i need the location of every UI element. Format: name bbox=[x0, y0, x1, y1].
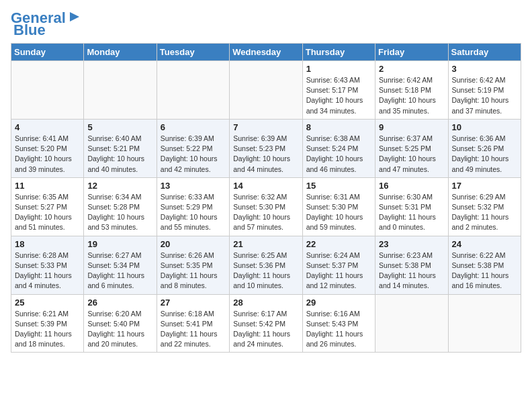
table-row: 11Sunrise: 6:35 AM Sunset: 5:27 PM Dayli… bbox=[11, 177, 84, 236]
calendar-header-saturday: Saturday bbox=[448, 44, 521, 61]
day-number: 16 bbox=[379, 181, 444, 191]
day-info: Sunrise: 6:26 AM Sunset: 5:35 PM Dayligh… bbox=[161, 250, 226, 291]
table-row: 20Sunrise: 6:26 AM Sunset: 5:35 PM Dayli… bbox=[157, 236, 229, 294]
calendar-week-row: 18Sunrise: 6:28 AM Sunset: 5:33 PM Dayli… bbox=[11, 236, 521, 294]
logo: General Blue bbox=[11, 11, 82, 38]
day-number: 22 bbox=[306, 239, 371, 249]
table-row: 1Sunrise: 6:43 AM Sunset: 5:17 PM Daylig… bbox=[302, 61, 375, 120]
day-number: 24 bbox=[452, 239, 517, 249]
table-row bbox=[230, 61, 302, 120]
day-number: 29 bbox=[306, 298, 371, 308]
day-number: 18 bbox=[15, 239, 80, 249]
day-number: 7 bbox=[233, 122, 298, 132]
table-row: 2Sunrise: 6:42 AM Sunset: 5:18 PM Daylig… bbox=[375, 61, 448, 120]
page-header: General Blue bbox=[11, 11, 521, 38]
day-info: Sunrise: 6:41 AM Sunset: 5:20 PM Dayligh… bbox=[15, 134, 80, 175]
day-info: Sunrise: 6:16 AM Sunset: 5:43 PM Dayligh… bbox=[306, 309, 371, 350]
day-number: 8 bbox=[306, 122, 371, 132]
table-row: 12Sunrise: 6:34 AM Sunset: 5:28 PM Dayli… bbox=[84, 177, 157, 236]
day-info: Sunrise: 6:29 AM Sunset: 5:32 PM Dayligh… bbox=[452, 192, 517, 233]
table-row: 24Sunrise: 6:22 AM Sunset: 5:38 PM Dayli… bbox=[448, 236, 521, 294]
table-row bbox=[157, 61, 229, 120]
table-row: 13Sunrise: 6:33 AM Sunset: 5:29 PM Dayli… bbox=[157, 177, 229, 236]
calendar-week-row: 1Sunrise: 6:43 AM Sunset: 5:17 PM Daylig… bbox=[11, 61, 521, 120]
calendar-header-sunday: Sunday bbox=[11, 44, 84, 61]
day-number: 25 bbox=[15, 298, 80, 308]
day-info: Sunrise: 6:18 AM Sunset: 5:41 PM Dayligh… bbox=[161, 309, 226, 350]
day-number: 9 bbox=[379, 122, 444, 132]
day-number: 19 bbox=[87, 239, 152, 249]
logo-arrow-icon bbox=[67, 9, 82, 24]
logo-text-blue: Blue bbox=[11, 23, 46, 38]
day-info: Sunrise: 6:42 AM Sunset: 5:18 PM Dayligh… bbox=[379, 75, 444, 116]
table-row: 9Sunrise: 6:37 AM Sunset: 5:25 PM Daylig… bbox=[375, 119, 448, 177]
day-info: Sunrise: 6:42 AM Sunset: 5:19 PM Dayligh… bbox=[452, 75, 517, 116]
table-row: 23Sunrise: 6:23 AM Sunset: 5:38 PM Dayli… bbox=[375, 236, 448, 294]
day-number: 12 bbox=[87, 181, 152, 191]
calendar-header-friday: Friday bbox=[375, 44, 448, 61]
day-info: Sunrise: 6:27 AM Sunset: 5:34 PM Dayligh… bbox=[87, 250, 152, 291]
calendar-header-thursday: Thursday bbox=[302, 44, 375, 61]
calendar-header-wednesday: Wednesday bbox=[230, 44, 302, 61]
day-number: 10 bbox=[452, 122, 517, 132]
table-row bbox=[375, 294, 448, 353]
table-row: 7Sunrise: 6:39 AM Sunset: 5:23 PM Daylig… bbox=[230, 119, 302, 177]
day-info: Sunrise: 6:28 AM Sunset: 5:33 PM Dayligh… bbox=[15, 250, 80, 291]
table-row: 8Sunrise: 6:38 AM Sunset: 5:24 PM Daylig… bbox=[302, 119, 375, 177]
day-number: 14 bbox=[233, 181, 298, 191]
day-info: Sunrise: 6:36 AM Sunset: 5:26 PM Dayligh… bbox=[452, 134, 517, 175]
day-info: Sunrise: 6:35 AM Sunset: 5:27 PM Dayligh… bbox=[15, 192, 80, 233]
day-info: Sunrise: 6:20 AM Sunset: 5:40 PM Dayligh… bbox=[87, 309, 152, 350]
day-info: Sunrise: 6:24 AM Sunset: 5:37 PM Dayligh… bbox=[306, 250, 371, 291]
day-info: Sunrise: 6:40 AM Sunset: 5:21 PM Dayligh… bbox=[87, 134, 152, 175]
table-row: 6Sunrise: 6:39 AM Sunset: 5:22 PM Daylig… bbox=[157, 119, 229, 177]
table-row: 26Sunrise: 6:20 AM Sunset: 5:40 PM Dayli… bbox=[84, 294, 157, 353]
table-row: 14Sunrise: 6:32 AM Sunset: 5:30 PM Dayli… bbox=[230, 177, 302, 236]
day-number: 6 bbox=[161, 122, 226, 132]
table-row: 16Sunrise: 6:30 AM Sunset: 5:31 PM Dayli… bbox=[375, 177, 448, 236]
day-number: 4 bbox=[15, 122, 80, 132]
day-number: 23 bbox=[379, 239, 444, 249]
table-row: 17Sunrise: 6:29 AM Sunset: 5:32 PM Dayli… bbox=[448, 177, 521, 236]
table-row bbox=[448, 294, 521, 353]
calendar-table: SundayMondayTuesdayWednesdayThursdayFrid… bbox=[11, 43, 521, 353]
day-number: 3 bbox=[452, 64, 517, 74]
day-number: 20 bbox=[161, 239, 226, 249]
day-info: Sunrise: 6:22 AM Sunset: 5:38 PM Dayligh… bbox=[452, 250, 517, 291]
table-row: 21Sunrise: 6:25 AM Sunset: 5:36 PM Dayli… bbox=[230, 236, 302, 294]
day-info: Sunrise: 6:33 AM Sunset: 5:29 PM Dayligh… bbox=[161, 192, 226, 233]
day-number: 5 bbox=[87, 122, 152, 132]
table-row: 5Sunrise: 6:40 AM Sunset: 5:21 PM Daylig… bbox=[84, 119, 157, 177]
day-info: Sunrise: 6:30 AM Sunset: 5:31 PM Dayligh… bbox=[379, 192, 444, 233]
day-info: Sunrise: 6:21 AM Sunset: 5:39 PM Dayligh… bbox=[15, 309, 80, 350]
day-info: Sunrise: 6:37 AM Sunset: 5:25 PM Dayligh… bbox=[379, 134, 444, 175]
table-row: 25Sunrise: 6:21 AM Sunset: 5:39 PM Dayli… bbox=[11, 294, 84, 353]
day-number: 15 bbox=[306, 181, 371, 191]
day-info: Sunrise: 6:31 AM Sunset: 5:30 PM Dayligh… bbox=[306, 192, 371, 233]
table-row: 22Sunrise: 6:24 AM Sunset: 5:37 PM Dayli… bbox=[302, 236, 375, 294]
table-row bbox=[11, 61, 84, 120]
day-info: Sunrise: 6:43 AM Sunset: 5:17 PM Dayligh… bbox=[306, 75, 371, 116]
calendar-week-row: 11Sunrise: 6:35 AM Sunset: 5:27 PM Dayli… bbox=[11, 177, 521, 236]
day-info: Sunrise: 6:32 AM Sunset: 5:30 PM Dayligh… bbox=[233, 192, 298, 233]
table-row: 18Sunrise: 6:28 AM Sunset: 5:33 PM Dayli… bbox=[11, 236, 84, 294]
day-number: 21 bbox=[233, 239, 298, 249]
table-row: 27Sunrise: 6:18 AM Sunset: 5:41 PM Dayli… bbox=[157, 294, 229, 353]
day-info: Sunrise: 6:17 AM Sunset: 5:42 PM Dayligh… bbox=[233, 309, 298, 350]
day-info: Sunrise: 6:23 AM Sunset: 5:38 PM Dayligh… bbox=[379, 250, 444, 291]
day-number: 13 bbox=[161, 181, 226, 191]
calendar-header-monday: Monday bbox=[84, 44, 157, 61]
day-info: Sunrise: 6:25 AM Sunset: 5:36 PM Dayligh… bbox=[233, 250, 298, 291]
calendar-week-row: 4Sunrise: 6:41 AM Sunset: 5:20 PM Daylig… bbox=[11, 119, 521, 177]
table-row: 29Sunrise: 6:16 AM Sunset: 5:43 PM Dayli… bbox=[302, 294, 375, 353]
svg-marker-0 bbox=[70, 12, 79, 21]
day-info: Sunrise: 6:34 AM Sunset: 5:28 PM Dayligh… bbox=[87, 192, 152, 233]
day-number: 26 bbox=[87, 298, 152, 308]
table-row bbox=[84, 61, 157, 120]
calendar-header-tuesday: Tuesday bbox=[157, 44, 229, 61]
calendar-week-row: 25Sunrise: 6:21 AM Sunset: 5:39 PM Dayli… bbox=[11, 294, 521, 353]
table-row: 3Sunrise: 6:42 AM Sunset: 5:19 PM Daylig… bbox=[448, 61, 521, 120]
day-number: 1 bbox=[306, 64, 371, 74]
table-row: 10Sunrise: 6:36 AM Sunset: 5:26 PM Dayli… bbox=[448, 119, 521, 177]
day-info: Sunrise: 6:39 AM Sunset: 5:22 PM Dayligh… bbox=[161, 134, 226, 175]
